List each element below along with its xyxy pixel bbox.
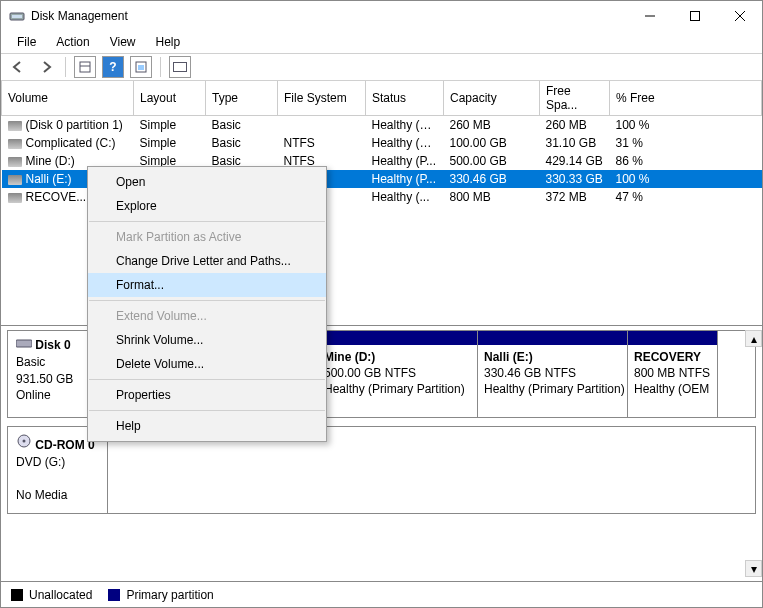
- col-volume[interactable]: Volume: [2, 81, 134, 116]
- disk0-name: Disk 0: [35, 338, 70, 352]
- svg-point-13: [23, 440, 26, 443]
- col-pctfree[interactable]: % Free: [610, 81, 762, 116]
- close-button[interactable]: [717, 1, 762, 31]
- svg-rect-10: [174, 63, 187, 72]
- titlebar[interactable]: Disk Management: [1, 1, 762, 31]
- menubar: File Action View Help: [1, 31, 762, 53]
- menu-file[interactable]: File: [9, 33, 44, 51]
- svg-rect-11: [16, 340, 32, 347]
- context-menu: Open Explore Mark Partition as Active Ch…: [87, 166, 327, 442]
- maximize-button[interactable]: [672, 1, 717, 31]
- table-row[interactable]: (Disk 0 partition 1)SimpleBasicHealthy (…: [2, 116, 762, 135]
- table-row[interactable]: Complicated (C:)SimpleBasicNTFSHealthy (…: [2, 134, 762, 152]
- ctx-explore[interactable]: Explore: [88, 194, 326, 218]
- partition[interactable]: Nalli (E:)330.46 GB NTFSHealthy (Primary…: [478, 331, 628, 417]
- legend-unallocated: Unallocated: [11, 588, 92, 602]
- minimize-button[interactable]: [627, 1, 672, 31]
- volume-icon: [8, 193, 22, 203]
- window-title: Disk Management: [31, 9, 627, 23]
- cdrom-name: CD-ROM 0: [35, 438, 94, 452]
- col-status[interactable]: Status: [366, 81, 444, 116]
- col-freespace[interactable]: Free Spa...: [540, 81, 610, 116]
- partition[interactable]: Mine (D:)500.00 GB NTFSHealthy (Primary …: [318, 331, 478, 417]
- col-type[interactable]: Type: [206, 81, 278, 116]
- help-button[interactable]: ?: [102, 56, 124, 78]
- app-icon: [9, 8, 25, 24]
- volume-icon: [8, 157, 22, 167]
- toolbar-button-1[interactable]: [74, 56, 96, 78]
- col-capacity[interactable]: Capacity: [444, 81, 540, 116]
- ctx-properties[interactable]: Properties: [88, 383, 326, 407]
- back-button[interactable]: [7, 56, 29, 78]
- cdrom-icon: [16, 438, 32, 452]
- forward-button[interactable]: [35, 56, 57, 78]
- svg-rect-1: [12, 15, 22, 18]
- disk0-status: Online: [16, 388, 51, 402]
- volume-icon: [8, 121, 22, 131]
- ctx-help[interactable]: Help: [88, 414, 326, 438]
- ctx-delete[interactable]: Delete Volume...: [88, 352, 326, 376]
- svg-rect-3: [690, 12, 699, 21]
- disk0-size: 931.50 GB: [16, 372, 73, 386]
- disk0-type: Basic: [16, 355, 45, 369]
- toolbar-button-4[interactable]: [169, 56, 191, 78]
- ctx-change-letter[interactable]: Change Drive Letter and Paths...: [88, 249, 326, 273]
- legend-primary: Primary partition: [108, 588, 213, 602]
- scroll-up-button[interactable]: ▴: [745, 330, 762, 347]
- ctx-mark-active: Mark Partition as Active: [88, 225, 326, 249]
- disk-management-window: Disk Management File Action View Help ?: [0, 0, 763, 608]
- svg-rect-9: [138, 65, 144, 70]
- menu-action[interactable]: Action: [48, 33, 97, 51]
- legend: Unallocated Primary partition: [1, 581, 762, 607]
- volume-icon: [8, 175, 22, 185]
- toolbar-button-3[interactable]: [130, 56, 152, 78]
- partition[interactable]: RECOVERY800 MB NTFSHealthy (OEM: [628, 331, 718, 417]
- cdrom-type: DVD (G:): [16, 455, 65, 469]
- ctx-open[interactable]: Open: [88, 170, 326, 194]
- toolbar: ?: [1, 53, 762, 81]
- scroll-down-button[interactable]: ▾: [745, 560, 762, 577]
- volume-icon: [8, 139, 22, 149]
- disk-icon: [16, 338, 32, 352]
- menu-help[interactable]: Help: [148, 33, 189, 51]
- svg-rect-6: [80, 62, 90, 72]
- col-filesystem[interactable]: File System: [278, 81, 366, 116]
- ctx-format[interactable]: Format...: [88, 273, 326, 297]
- col-layout[interactable]: Layout: [134, 81, 206, 116]
- cdrom-status: No Media: [16, 488, 67, 502]
- ctx-extend: Extend Volume...: [88, 304, 326, 328]
- ctx-shrink[interactable]: Shrink Volume...: [88, 328, 326, 352]
- menu-view[interactable]: View: [102, 33, 144, 51]
